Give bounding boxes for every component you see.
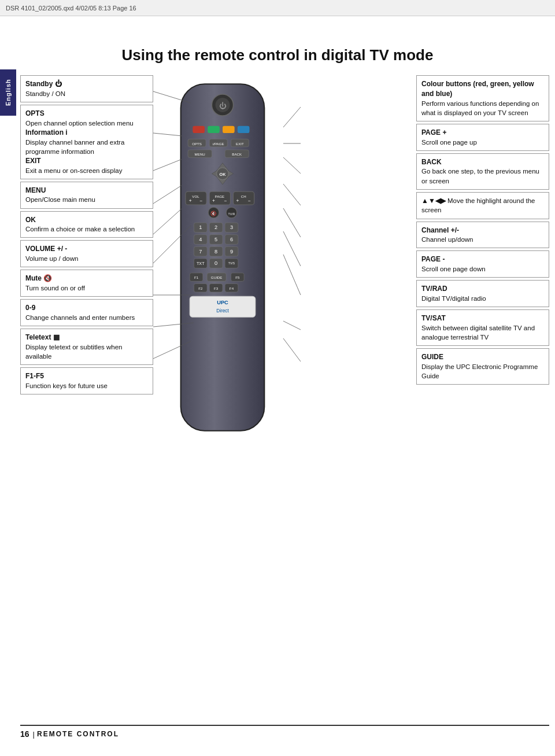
svg-rect-5 <box>208 126 220 133</box>
svg-text:TXT: TXT <box>197 261 205 266</box>
footer-section-label: REMOTE CONTROL <box>37 730 119 738</box>
0-9-text: Change channels and enter numbers <box>25 314 135 321</box>
svg-text:PAGE: PAGE <box>214 194 224 198</box>
tvsat-text: Switch between digital satellite TV and … <box>421 324 535 341</box>
svg-text:i/PAGE: i/PAGE <box>213 142 224 146</box>
standby-box: Standby ⏻ Standby / ON <box>20 75 153 102</box>
svg-text:OPTS: OPTS <box>192 142 202 146</box>
right-info-panel: Colour buttons (red, green, yellow and b… <box>416 75 549 385</box>
svg-text:4: 4 <box>199 237 202 242</box>
back-text: Go back one step, to the previous menu o… <box>421 168 539 184</box>
standby-text: Standby / ON <box>25 90 65 97</box>
tvsat-box: TV/SAT Switch between digital satellite … <box>416 309 549 346</box>
svg-text:2: 2 <box>214 224 217 230</box>
svg-text:F2: F2 <box>198 286 203 290</box>
svg-text:3: 3 <box>230 224 233 230</box>
svg-text:UPC: UPC <box>217 300 228 305</box>
svg-text:CH: CH <box>241 194 246 198</box>
0-9-label: 0-9 <box>25 304 35 312</box>
svg-text:GUIDE: GUIDE <box>211 275 223 279</box>
svg-text:TV/S: TV/S <box>228 261 235 265</box>
svg-text:F5: F5 <box>235 275 240 279</box>
ok-box: OK Confirm a choice or make a selection <box>20 211 153 238</box>
arrows-box: ▲▼◀▶ Move the highlight around the scree… <box>416 192 549 219</box>
svg-text:F4: F4 <box>230 286 234 290</box>
colour-label: Colour buttons (red, green, yellow and b… <box>421 80 534 98</box>
svg-text:6: 6 <box>230 237 233 242</box>
guide-text: Display the UPC Electronic Programme Gui… <box>421 363 538 379</box>
svg-text:F1: F1 <box>194 275 199 279</box>
tvrad-label: TV/RAD <box>421 285 447 293</box>
svg-text:BACK: BACK <box>232 152 242 156</box>
info-text: Display channel banner and extra program… <box>25 139 124 155</box>
svg-rect-7 <box>238 126 250 133</box>
svg-text:MENU: MENU <box>195 152 205 156</box>
opts-exit-box: OPTS Open channel option selection menu … <box>20 105 153 179</box>
svg-text:+: + <box>189 198 192 204</box>
volume-label: VOLUME +/ - <box>25 245 67 253</box>
svg-text:F3: F3 <box>214 286 219 290</box>
svg-text:OK: OK <box>220 172 227 177</box>
back-box: BACK Go back one step, to the previous m… <box>416 153 549 190</box>
svg-text:8: 8 <box>214 249 217 255</box>
footer: 16 | REMOTE CONTROL <box>20 725 549 739</box>
channel-label: Channel +/- <box>421 226 459 234</box>
remote-control-image: ⏻ OPTS i/PAGE EXIT MENU BACK OK VOL <box>162 78 306 439</box>
svg-text:VOL: VOL <box>192 194 199 198</box>
remote-svg: ⏻ OPTS i/PAGE EXIT MENU BACK OK VOL <box>162 78 283 437</box>
f1f5-label: F1-F5 <box>25 372 44 380</box>
footer-separator: | <box>33 730 35 739</box>
guide-label: GUIDE <box>421 353 443 361</box>
header-text: DSR 4101_02/2005.qxd 4/02/05 8:13 Page 1… <box>6 5 136 12</box>
tvrad-box: TV/RAD Digital TV/digital radio <box>416 280 549 307</box>
mute-text: Turn sound on or off <box>25 285 85 292</box>
menu-label: MENU <box>25 186 46 194</box>
left-info-panel: Standby ⏻ Standby / ON OPTS Open channel… <box>20 75 153 394</box>
page-plus-box: PAGE + Scroll one page up <box>416 124 549 151</box>
svg-text:0: 0 <box>214 260 217 266</box>
svg-text:⏻: ⏻ <box>219 102 227 110</box>
footer-page-number: 16 <box>20 729 29 739</box>
svg-text:+: + <box>236 198 239 204</box>
tvrad-text: Digital TV/digital radio <box>421 295 486 302</box>
volume-box: VOLUME +/ - Volume up / down <box>20 240 153 267</box>
mute-label: Mute 🔇 <box>25 274 52 282</box>
tvsat-label: TV/SAT <box>421 314 446 322</box>
f1f5-text: Function keys for future use <box>25 382 108 389</box>
volume-text: Volume up / down <box>25 255 78 262</box>
svg-text:9: 9 <box>230 249 233 255</box>
page-plus-label: PAGE + <box>421 128 446 137</box>
page-minus-text: Scroll one page down <box>421 265 486 272</box>
teletext-text: Display teletext or subtitles when avail… <box>25 344 122 360</box>
exit-label: EXIT <box>25 157 41 165</box>
svg-text:🔇: 🔇 <box>211 211 217 217</box>
svg-text:7: 7 <box>199 249 202 255</box>
page-plus-text: Scroll one page up <box>421 139 477 146</box>
header-bar: DSR 4101_02/2005.qxd 4/02/05 8:13 Page 1… <box>0 0 555 16</box>
svg-text:1: 1 <box>199 224 202 230</box>
language-tab: English <box>0 69 16 116</box>
page-title: Using the remote control in digital TV m… <box>122 46 434 64</box>
svg-text:−: − <box>199 198 202 204</box>
f1f5-box: F1-F5 Function keys for future use <box>20 367 153 394</box>
colour-box: Colour buttons (red, green, yellow and b… <box>416 75 549 121</box>
svg-rect-0 <box>181 84 265 430</box>
mute-box: Mute 🔇 Turn sound on or off <box>20 270 153 297</box>
svg-text:+: + <box>212 198 215 204</box>
teletext-label: Teletext ▦ <box>25 333 60 341</box>
menu-text: Open/Close main menu <box>25 196 95 203</box>
colour-text: Perform various functions depending on w… <box>421 100 539 116</box>
opts-text: Open channel option selection menu <box>25 120 134 127</box>
menu-box: MENU Open/Close main menu <box>20 182 153 209</box>
exit-text: Exit a menu or on-screen display <box>25 167 122 174</box>
svg-text:5: 5 <box>214 237 217 242</box>
0-9-box: 0-9 Change channels and enter numbers <box>20 299 153 326</box>
standby-label: Standby ⏻ <box>25 80 62 88</box>
svg-text:−: − <box>248 198 251 204</box>
svg-text:EXIT: EXIT <box>236 142 244 146</box>
page-minus-label: PAGE - <box>421 255 445 263</box>
ok-label: OK <box>25 216 36 224</box>
svg-text:Direct: Direct <box>216 308 229 314</box>
back-label: BACK <box>421 158 442 166</box>
teletext-box: Teletext ▦ Display teletext or subtitles… <box>20 329 153 365</box>
